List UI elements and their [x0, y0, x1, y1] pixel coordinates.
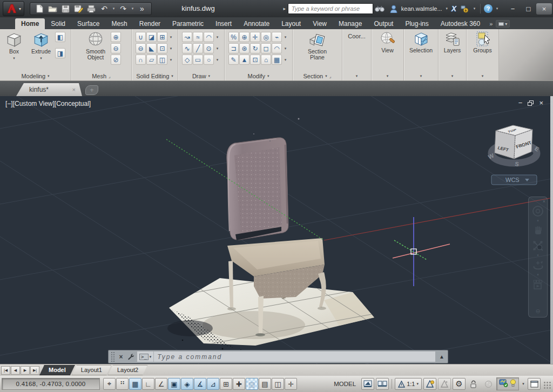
coordinate-display[interactable]: 0.4168, -0.4703, 0.0000	[2, 378, 100, 390]
quick-properties-icon[interactable]: ▤	[259, 378, 271, 390]
orbit-icon[interactable]	[530, 258, 545, 273]
qat-overflow-button[interactable]: »	[136, 3, 148, 15]
maximize-window-button[interactable]: □	[521, 3, 536, 15]
file-tab-close-icon[interactable]: ×	[72, 86, 76, 93]
dropdown-icon[interactable]: ▾	[168, 43, 174, 53]
tab-overflow-icon[interactable]: »	[489, 21, 493, 27]
model-space-button[interactable]: MODEL	[330, 379, 360, 389]
mesh-launcher-icon[interactable]: ⌟	[109, 74, 111, 79]
tab-layout2[interactable]: Layout2	[108, 365, 147, 375]
next-layout-button[interactable]: ▶	[21, 366, 30, 375]
viewcube[interactable]: W S E TOP LEFT FRONT	[487, 125, 541, 167]
section-plane-button[interactable]: Section Plane	[301, 31, 334, 60]
thicken-icon[interactable]: ▱	[146, 55, 157, 65]
exchange-apps-icon[interactable]	[458, 3, 470, 15]
slice-icon[interactable]: ◪	[146, 32, 157, 42]
hardware-acceleration-icon[interactable]	[499, 379, 508, 389]
ribbon-minimize-button[interactable]: ▾	[496, 20, 510, 28]
layers-panel-button[interactable]: Layers	[440, 31, 465, 53]
tab-mesh[interactable]: Mesh	[105, 18, 133, 29]
panel-label-layers[interactable]: ▾	[439, 72, 466, 80]
lineweight-icon[interactable]: ✚	[233, 378, 245, 390]
union-icon[interactable]: ∪	[136, 32, 146, 42]
undo-button[interactable]: ↶	[98, 3, 110, 15]
polar-tracking-icon[interactable]: ∠	[155, 378, 167, 390]
panel-label-groups[interactable]: ▾	[467, 72, 498, 80]
object-snap-icon[interactable]: ▣	[168, 378, 180, 390]
save-button[interactable]	[59, 3, 71, 15]
zoom-dropdown-icon[interactable]: ▾	[537, 253, 539, 258]
panel-label-coordinates[interactable]: ▾	[342, 72, 371, 80]
dropdown-icon[interactable]: ▾	[282, 32, 288, 42]
tray-dropdown-icon[interactable]: ▾	[521, 382, 526, 386]
coordinates-panel-title[interactable]: Coor...	[343, 31, 370, 39]
tab-parametric[interactable]: Parametric	[166, 18, 210, 29]
dynamic-ucs-icon[interactable]: ⊿	[207, 378, 219, 390]
tab-manage[interactable]: Manage	[333, 18, 368, 29]
selection-panel-button[interactable]: Selection	[406, 31, 437, 53]
mirror-icon[interactable]: ◻	[261, 43, 271, 53]
rectangle-icon[interactable]: ▭	[193, 55, 203, 65]
line-icon[interactable]: ╱	[193, 43, 203, 53]
undo-dropdown-icon[interactable]: ▾	[111, 6, 116, 11]
user-dropdown-icon[interactable]: ▾	[444, 6, 449, 11]
object-snap-tracking-icon[interactable]: ∡	[194, 378, 206, 390]
last-layout-button[interactable]: ▶|	[30, 366, 39, 375]
view-panel-button[interactable]: View	[375, 31, 401, 53]
wheel-dropdown-icon[interactable]: ▾	[537, 219, 539, 223]
new-drawing-button[interactable]	[33, 3, 45, 15]
panel-label-solid-editing[interactable]: Solid Editing▾	[132, 72, 178, 80]
tab-surface[interactable]: Surface	[71, 18, 105, 29]
tab-layout1[interactable]: Layout1	[72, 365, 111, 375]
shell-icon[interactable]: ◫	[157, 55, 167, 65]
application-menu-button[interactable]: ▾	[3, 1, 24, 16]
dropdown-icon[interactable]: ▾	[282, 55, 288, 65]
panel-label-mesh[interactable]: Mesh⌟	[71, 72, 131, 80]
intersect-icon[interactable]: ∩	[136, 55, 146, 65]
command-bar-close-icon[interactable]: ×	[116, 352, 126, 362]
arc-icon[interactable]: ◠	[204, 32, 214, 42]
polyline-icon[interactable]: ↝	[182, 32, 192, 42]
drawing-area[interactable]: W S E TOP LEFT FRONT WCS [−] [Custom Vie…	[0, 96, 553, 364]
autoscale-button[interactable]	[438, 378, 451, 390]
infer-constraints-icon[interactable]: ⌖	[103, 378, 116, 390]
presspull-icon[interactable]: ◧	[55, 32, 65, 42]
binoculars-search-icon[interactable]	[373, 3, 386, 15]
tab-layout[interactable]: Layout	[275, 18, 307, 29]
tab-home[interactable]: Home	[15, 18, 45, 29]
ortho-mode-icon[interactable]: ∟	[142, 378, 154, 390]
command-bar-drag-handle[interactable]	[111, 352, 115, 362]
wcs-menu-button[interactable]: WCS	[491, 175, 537, 185]
box-dropdown-icon[interactable]: ▾	[13, 55, 15, 61]
scale-icon[interactable]: ⊡	[250, 55, 260, 65]
copy-icon[interactable]: ◎	[261, 32, 271, 42]
tab-autodesk360[interactable]: Autodesk 360	[435, 18, 486, 29]
explode-icon[interactable]: ⌂	[261, 55, 271, 65]
trim-icon[interactable]: ⌁	[272, 32, 282, 42]
offset-icon[interactable]: ⊐	[228, 43, 239, 53]
new-file-tab-button[interactable]: +	[85, 85, 98, 95]
redo-dropdown-icon[interactable]: ▾	[130, 6, 135, 11]
fillet-icon[interactable]: ◠	[272, 43, 282, 53]
section-launcher-icon[interactable]: ⌟	[329, 74, 332, 79]
quick-view-layouts-button[interactable]	[361, 378, 374, 390]
dropdown-icon[interactable]: ▾	[214, 55, 220, 65]
drawing-close-button[interactable]: ×	[539, 99, 543, 107]
3d-scale-icon[interactable]: ⊛	[239, 43, 249, 53]
offset-face-icon[interactable]: ⊡	[157, 43, 167, 53]
panel-label-draw[interactable]: Draw▾	[178, 72, 224, 80]
stretch-icon[interactable]: %	[228, 32, 239, 42]
dropdown-icon[interactable]: ▾	[214, 43, 220, 53]
tab-render[interactable]: Render	[133, 18, 166, 29]
command-history-up-icon[interactable]: ▲	[437, 354, 447, 360]
fillet-edge-icon[interactable]: ◣	[146, 43, 157, 53]
3d-rotate-icon[interactable]: ⊕	[239, 32, 249, 42]
3d-align-icon[interactable]: ▲	[239, 55, 249, 65]
performance-lightbulb-icon[interactable]	[510, 379, 516, 389]
resize-grip[interactable]	[544, 382, 551, 389]
dropdown-icon[interactable]: ▾	[282, 43, 288, 53]
tab-solid[interactable]: Solid	[45, 18, 71, 29]
navbar-close-icon[interactable]: ×	[543, 199, 545, 204]
extrude-faces-icon[interactable]: ◨	[55, 48, 65, 58]
help-dropdown-icon[interactable]: ▾	[495, 6, 500, 11]
